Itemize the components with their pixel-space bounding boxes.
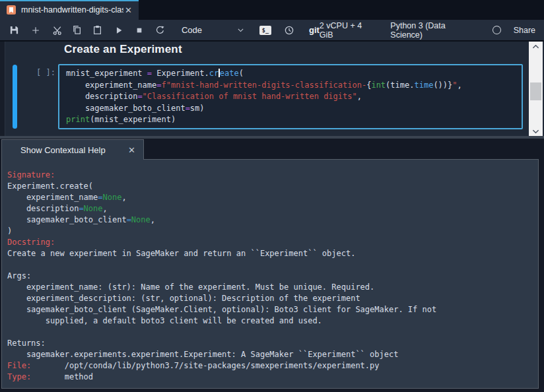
paste-icon — [92, 25, 102, 35]
save-button[interactable] — [9, 25, 20, 36]
code-line: Docstring: — [7, 237, 533, 248]
copy-icon — [72, 25, 82, 35]
paste-cells-button[interactable] — [92, 25, 103, 36]
markdown-heading: Create an Experiment — [64, 43, 182, 56]
notebook-left-gutter — [0, 42, 5, 136]
code-line: experiment_description: (str, optional):… — [7, 293, 533, 304]
notebook-icon — [6, 5, 17, 15]
tab-contextual-help[interactable]: Show Contextual Help ✕ — [1, 139, 144, 160]
copy-cells-button[interactable] — [72, 25, 83, 36]
code-line — [7, 259, 533, 271]
share-button[interactable]: Share — [514, 26, 535, 35]
code-line: experiment_name=f"mnist-hand-written-dig… — [66, 80, 522, 92]
code-line: description=None, — [7, 203, 533, 214]
notebook-toolbar: Code $_ git 2 vCPU + 4 GiB Python 3 (Dat… — [0, 20, 544, 41]
code-line: mnist_experiment = Experiment.create( — [66, 68, 522, 80]
notebook-scrollbar[interactable] — [529, 42, 543, 136]
add-cell-button[interactable] — [30, 25, 41, 36]
notebook-tab-bar: mnist-handwritten-digits-clas ✕ — [0, 0, 544, 20]
git-button[interactable]: git — [309, 25, 320, 35]
add-icon — [31, 26, 40, 35]
cell-type-value: Code — [182, 25, 202, 35]
code-editor[interactable]: mnist_experiment = Experiment.create( ex… — [58, 64, 523, 129]
code-line: Returns: — [7, 338, 533, 349]
run-cell-button[interactable] — [114, 25, 124, 36]
cell-prompt: [ ]: — [0, 68, 55, 77]
help-tab-label: Show Contextual Help — [20, 145, 127, 155]
checkpoint-history-button[interactable] — [284, 25, 294, 36]
stop-icon — [135, 26, 144, 35]
save-icon — [9, 25, 19, 35]
cut-icon — [52, 25, 63, 36]
code-line: Signature: — [7, 170, 533, 181]
kernel-status-icon[interactable] — [493, 26, 501, 34]
cut-cells-button[interactable] — [52, 25, 63, 36]
scroll-up-icon[interactable] — [529, 42, 543, 51]
code-line: sagemaker.experiments.experiment.Experim… — [7, 349, 533, 360]
code-line: supplied, a default boto3 client will be… — [7, 315, 533, 327]
instance-type-label[interactable]: 2 vCPU + 4 GiB — [320, 21, 378, 40]
cell-type-dropdown[interactable]: Code — [182, 25, 245, 35]
restart-kernel-button[interactable] — [155, 25, 166, 36]
code-line: experiment_name=None, — [7, 192, 533, 203]
dropdown-chevron-icon — [236, 26, 245, 34]
notebook-content-area: Create an Experiment [ ]: mnist_experime… — [0, 42, 544, 136]
restart-icon — [155, 25, 165, 35]
stop-kernel-button[interactable] — [134, 25, 145, 36]
code-line: Type: method — [7, 372, 533, 383]
contextual-help-panel: Show Contextual Help ✕ Signature:Experim… — [0, 139, 544, 392]
code-line — [7, 327, 533, 338]
close-icon[interactable]: ✕ — [127, 146, 137, 154]
history-icon — [284, 25, 294, 36]
scrollbar-thumb[interactable] — [530, 82, 541, 100]
code-line: Create a new experiment in SageMaker and… — [7, 248, 533, 259]
run-icon — [114, 26, 123, 35]
scroll-down-icon[interactable] — [529, 126, 543, 136]
code-line: Args: — [7, 271, 533, 282]
code-line: print(mnist_experiment) — [66, 114, 522, 126]
contextual-help-content: Signature:Experiment.create( experiment_… — [1, 159, 539, 389]
code-line: ) — [7, 226, 533, 237]
terminal-icon[interactable]: $_ — [259, 26, 271, 35]
code-line: experiment_name: (str): Name of the expe… — [7, 282, 533, 293]
code-line: sagemaker_boto_client=sm) — [66, 103, 522, 115]
notebook-tab[interactable]: mnist-handwritten-digits-clas ✕ — [0, 0, 139, 20]
code-line: description="Classification of mnist han… — [66, 91, 522, 103]
code-line: sagemaker_boto_client=None, — [7, 214, 533, 226]
code-line: sagemaker_boto_client (SageMaker.Client,… — [7, 304, 533, 315]
active-tab-accent — [0, 0, 139, 1]
notebook-tab-title: mnist-handwritten-digits-clas — [21, 5, 123, 15]
close-icon[interactable]: ✕ — [123, 6, 133, 15]
code-line: File: /opt/conda/lib/python3.7/site-pack… — [7, 360, 533, 372]
kernel-name-label[interactable]: Python 3 (Data Science) — [390, 21, 479, 40]
code-line: Experiment.create( — [7, 181, 533, 192]
